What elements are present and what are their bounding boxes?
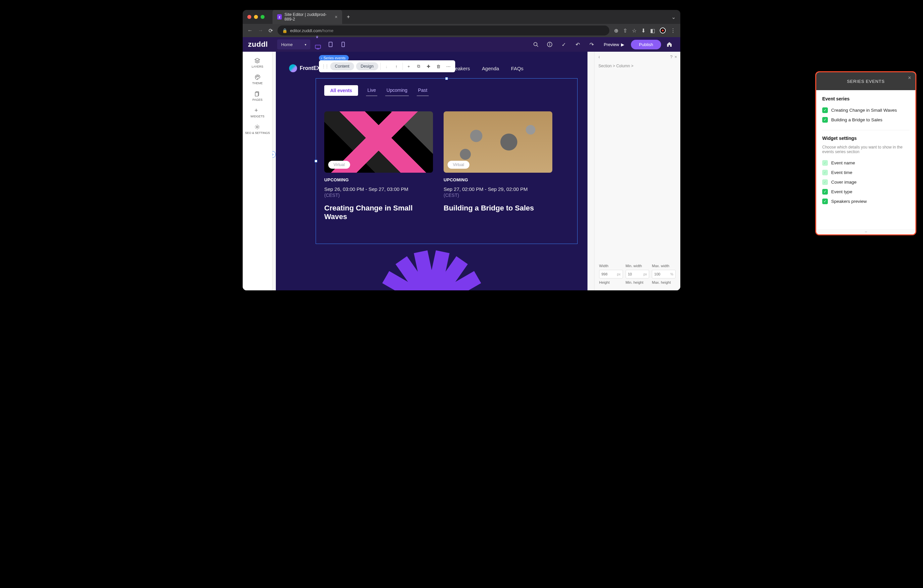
bookmark-icon[interactable]: ☆	[632, 28, 637, 34]
maxwidth-input[interactable]: 100%	[652, 270, 676, 278]
titlebar: z Site Editor | zuddlprod-889-2 × + ⌄	[243, 10, 680, 24]
redo-button[interactable]: ↷	[586, 39, 597, 50]
filter-all[interactable]: All events	[324, 85, 358, 96]
browser-window: z Site Editor | zuddlprod-889-2 × + ⌄ ← …	[243, 10, 680, 290]
publish-button[interactable]: Publish	[631, 40, 661, 49]
close-panel-icon[interactable]: ×	[674, 54, 677, 59]
nav-link-faqs[interactable]: FAQs	[511, 66, 524, 71]
decorative-rays	[365, 251, 498, 290]
move-down-icon: ↓	[383, 62, 391, 70]
event-cover-image: Virtual	[324, 112, 433, 173]
url-path: /home	[322, 28, 333, 33]
device-tablet-button[interactable]	[325, 39, 335, 49]
lock-icon: 🔒	[282, 28, 287, 33]
nav-link-agenda[interactable]: Agenda	[482, 66, 499, 71]
sidebar-item-layers[interactable]: LAYERS	[250, 56, 265, 70]
check-button[interactable]: ✓	[558, 39, 569, 50]
duplicate-icon[interactable]: ⧉	[415, 62, 423, 70]
site-logo: FrontEX	[289, 64, 320, 72]
event-card[interactable]: Virtual UPCOMING Sep 27, 02:00 PM - Sep …	[443, 112, 552, 221]
chevron-right-icon: ›	[321, 56, 322, 60]
sidebar-item-seo[interactable]: SEO & SETTINGS	[243, 122, 272, 136]
device-mobile-button[interactable]	[338, 39, 348, 49]
url-input[interactable]: 🔒 editor.zuddl.com/home	[278, 26, 609, 36]
sidebar-label: LAYERS	[251, 65, 263, 68]
window-controls	[247, 15, 264, 19]
maximize-window-icon[interactable]	[261, 15, 264, 19]
breadcrumb[interactable]: Section > Column >	[595, 62, 680, 70]
event-timezone: (CEST)	[443, 192, 552, 198]
filter-past[interactable]: Past	[417, 85, 429, 96]
editor-canvas[interactable]: FrontEX Speakers Agenda FAQs › Series ev…	[276, 52, 588, 290]
browser-tab[interactable]: z Site Editor | zuddlprod-889-2 ×	[273, 10, 342, 24]
search-button[interactable]	[530, 39, 541, 50]
width-input[interactable]: 998px	[599, 270, 623, 278]
close-window-icon[interactable]	[247, 15, 251, 19]
event-type-badge: Virtual	[328, 161, 350, 169]
event-title: Creating Change in Small Waves	[324, 204, 433, 221]
chevron-down-icon[interactable]: ⌄	[672, 14, 676, 20]
delete-icon[interactable]: 🗑	[435, 62, 443, 70]
preview-button[interactable]: Preview ▶	[600, 40, 628, 49]
reload-button[interactable]: ⟳	[269, 28, 273, 34]
tab-title: Site Editor | zuddlprod-889-2	[284, 12, 331, 21]
move-up-icon[interactable]: ↑	[393, 62, 401, 70]
home-button[interactable]	[664, 39, 675, 50]
design-tab[interactable]: Design	[356, 62, 378, 70]
sidebar-item-pages[interactable]: PAGES	[250, 89, 264, 103]
event-cover-image: Virtual	[443, 112, 552, 173]
sidebar-item-theme[interactable]: THEME	[250, 72, 265, 87]
forward-button: →	[258, 28, 263, 33]
selection-badge-label: Series events	[324, 56, 346, 60]
event-date: Sep 27, 02:00 PM - Sep 29, 02:00 PM	[443, 186, 552, 192]
content-tab[interactable]: Content	[330, 62, 354, 70]
minwidth-input[interactable]: 10px	[626, 270, 649, 278]
svg-point-10	[257, 76, 258, 77]
sidebar-label: PAGES	[252, 98, 262, 102]
crown-icon: ♛	[315, 35, 319, 39]
svg-point-8	[550, 43, 550, 43]
menu-icon[interactable]: ⋮	[670, 28, 676, 34]
download-icon[interactable]: ⬇	[641, 28, 645, 34]
event-card[interactable]: Virtual UPCOMING Sep 26, 03:00 PM - Sep …	[324, 112, 433, 221]
help-icon[interactable]: ?	[670, 54, 672, 59]
add-icon[interactable]: +	[405, 62, 413, 70]
panel-icon[interactable]: ◧	[650, 28, 655, 34]
zoom-icon[interactable]: ⊕	[614, 28, 618, 34]
info-button[interactable]	[544, 39, 555, 50]
svg-rect-0	[315, 45, 320, 48]
back-button[interactable]: ←	[247, 28, 253, 33]
maxheight-label: Max. height	[652, 281, 676, 284]
filter-tabs: All events Live Upcoming Past	[324, 85, 429, 96]
app-logo: zuddl	[248, 40, 268, 49]
url-host: editor.zuddl.com	[290, 28, 322, 33]
share-icon[interactable]: ⇧	[623, 28, 627, 34]
site-brand: FrontEX	[300, 65, 320, 71]
width-label: Width	[599, 264, 623, 268]
page-select[interactable]: Home ▾	[277, 39, 310, 49]
add-section-button[interactable]: +	[273, 151, 276, 158]
svg-point-4	[534, 43, 537, 46]
close-tab-icon[interactable]: ×	[335, 14, 338, 20]
right-panel: ⫞ ? × Section > Column > Width Min. widt…	[594, 52, 680, 290]
drag-handle-icon[interactable]: ⋮⋮	[322, 64, 328, 69]
sidebar-item-widgets[interactable]: + WIDGETS	[249, 105, 266, 120]
minimize-window-icon[interactable]	[254, 15, 258, 19]
panel-toggle-icon[interactable]: ⫞	[598, 54, 600, 59]
device-desktop-button[interactable]	[313, 43, 323, 53]
new-tab-button[interactable]: +	[347, 14, 350, 20]
sidebar-label: WIDGETS	[251, 115, 264, 118]
filter-live[interactable]: Live	[366, 85, 377, 96]
minwidth-label: Min. width	[626, 264, 649, 268]
resize-handle-top[interactable]	[445, 77, 448, 80]
resize-handle-left[interactable]	[315, 160, 317, 163]
undo-button[interactable]: ↶	[572, 39, 583, 50]
filter-upcoming[interactable]: Upcoming	[385, 85, 409, 96]
svg-point-14	[256, 126, 258, 128]
play-icon: ▶	[621, 42, 624, 47]
more-icon[interactable]: ⋯	[445, 62, 453, 70]
sidebar-label: THEME	[252, 82, 263, 85]
add-alt-icon[interactable]: ✚	[425, 62, 433, 70]
event-status: UPCOMING	[443, 177, 552, 182]
record-icon[interactable]	[660, 28, 666, 33]
